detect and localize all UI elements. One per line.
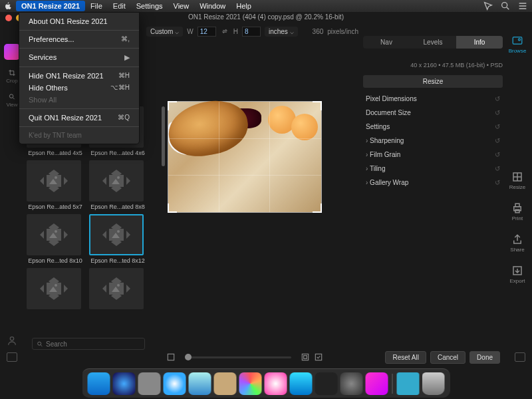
panel-pixel-dimensions[interactable]: Pixel Dimensions↺ bbox=[363, 92, 503, 106]
user-icon[interactable] bbox=[7, 335, 17, 346]
panel-sharpening[interactable]: › Sharpening↺ bbox=[363, 134, 503, 148]
dock-settings[interactable] bbox=[340, 372, 363, 395]
swap-dimensions-icon[interactable] bbox=[220, 27, 229, 36]
zoom-slider-thumb[interactable] bbox=[185, 354, 192, 360]
app-menu[interactable]: ON1 Resize 2021 bbox=[16, 1, 85, 11]
cancel-button[interactable]: Cancel bbox=[430, 351, 466, 364]
dock-terminal[interactable] bbox=[315, 372, 338, 395]
preset-item[interactable]: Epson Re...ated 8x8 bbox=[89, 160, 146, 210]
rail-browse[interactable]: Browse bbox=[509, 35, 527, 54]
units-select[interactable]: inches ⌵ bbox=[265, 27, 298, 37]
macos-dock bbox=[82, 368, 450, 398]
preset-item[interactable]: Epson Re...ated 5x7 bbox=[27, 160, 84, 210]
menu-preferences[interactable]: Preferences...⌘, bbox=[19, 33, 139, 45]
right-panel-toggle[interactable] bbox=[515, 352, 525, 362]
share-icon bbox=[511, 233, 523, 245]
height-input[interactable] bbox=[242, 27, 261, 37]
rail-resize[interactable]: Resize bbox=[509, 171, 525, 190]
dock-on1[interactable] bbox=[366, 372, 388, 395]
rail-print[interactable]: Print bbox=[511, 202, 523, 221]
reset-icon[interactable]: ↺ bbox=[495, 95, 500, 102]
svg-marker-32 bbox=[40, 231, 44, 239]
crop-tool[interactable]: Crop bbox=[5, 69, 19, 84]
menu-hide[interactable]: Hide ON1 Resize 2021⌘H bbox=[19, 70, 139, 82]
svg-marker-46 bbox=[40, 285, 44, 293]
preview-toggle-icon[interactable] bbox=[314, 352, 323, 362]
preset-search[interactable] bbox=[32, 338, 145, 350]
dock-finder[interactable] bbox=[88, 372, 110, 395]
menu-hide-others[interactable]: Hide Others⌥⌘H bbox=[19, 82, 139, 94]
left-panel-toggle[interactable] bbox=[7, 352, 17, 362]
svg-point-1 bbox=[9, 94, 13, 98]
panel-gallery-wrap[interactable]: › Gallery Wrap↺ bbox=[363, 176, 503, 190]
preset-item[interactable] bbox=[27, 268, 84, 311]
dock-photos[interactable] bbox=[239, 372, 262, 395]
dock-trash[interactable] bbox=[422, 372, 445, 395]
menu-view[interactable]: View bbox=[168, 1, 195, 11]
rail-share[interactable]: Share bbox=[510, 233, 524, 253]
print-icon bbox=[511, 202, 523, 214]
panel-film-grain[interactable]: › Film Grain↺ bbox=[363, 148, 503, 162]
width-input[interactable] bbox=[198, 27, 216, 37]
dock-siri[interactable] bbox=[113, 372, 136, 395]
svg-marker-25 bbox=[102, 177, 106, 185]
svg-point-57 bbox=[117, 284, 120, 287]
search-input[interactable] bbox=[46, 340, 140, 348]
panel-settings[interactable]: Settings↺ bbox=[363, 120, 503, 134]
svg-point-29 bbox=[117, 176, 120, 179]
crop-handle-tr[interactable] bbox=[313, 101, 322, 110]
menu-about[interactable]: About ON1 Resize 2021 bbox=[19, 15, 139, 27]
dock-downloads[interactable] bbox=[397, 372, 420, 395]
svg-marker-54 bbox=[126, 285, 130, 293]
menu-settings[interactable]: Settings bbox=[131, 1, 168, 11]
menu-file[interactable]: File bbox=[85, 1, 108, 11]
tab-levels[interactable]: Levels bbox=[410, 36, 456, 49]
menu-help[interactable]: Help bbox=[231, 1, 257, 11]
dock-contacts[interactable] bbox=[214, 372, 237, 395]
preset-item[interactable]: Epson Re...ted 8x10 bbox=[27, 214, 84, 264]
menu-window[interactable]: Window bbox=[194, 1, 231, 11]
panel-document-size[interactable]: Document Size↺ bbox=[363, 106, 503, 120]
width-label: W bbox=[187, 28, 193, 35]
view-tool[interactable]: View bbox=[5, 93, 19, 108]
right-panel: Nav Levels Info 40 x 2160 • 47.5 MB (16-… bbox=[363, 36, 503, 190]
zoom-fit-icon[interactable] bbox=[301, 352, 310, 362]
cursor-icon[interactable] bbox=[483, 1, 493, 11]
crop-preset-select[interactable]: Custom ⌵ bbox=[146, 27, 183, 37]
dock-launchpad[interactable] bbox=[138, 372, 161, 395]
panel-tiling[interactable]: › Tiling↺ bbox=[363, 162, 503, 176]
apple-logo-icon bbox=[4, 2, 12, 10]
done-button[interactable]: Done bbox=[469, 351, 500, 364]
menu-edit[interactable]: Edit bbox=[108, 1, 131, 11]
dock-appstore[interactable] bbox=[290, 372, 313, 395]
svg-point-50 bbox=[55, 284, 57, 287]
crop-handle-tl[interactable] bbox=[168, 101, 177, 110]
preset-scrollbar[interactable] bbox=[162, 106, 165, 166]
dock-mail[interactable] bbox=[189, 372, 211, 395]
menu-services[interactable]: Services▶ bbox=[19, 51, 139, 64]
rail-export[interactable]: Export bbox=[509, 265, 525, 284]
control-center-icon[interactable] bbox=[517, 1, 528, 11]
spotlight-icon[interactable] bbox=[500, 1, 511, 11]
system-menubar: ON1 Resize 2021 File Edit Settings View … bbox=[0, 0, 532, 12]
dock-safari[interactable] bbox=[164, 372, 186, 395]
crop-grid bbox=[219, 102, 219, 212]
svg-marker-39 bbox=[102, 231, 106, 239]
resize-panel-header[interactable]: Resize bbox=[363, 75, 503, 88]
preset-item[interactable]: Epson Re...ted 8x12 bbox=[89, 214, 146, 264]
svg-marker-33 bbox=[64, 231, 68, 239]
zoom-slider[interactable] bbox=[185, 356, 291, 358]
image-canvas[interactable] bbox=[168, 101, 322, 213]
reset-all-button[interactable]: Reset All bbox=[385, 351, 426, 364]
zoom-out-icon[interactable] bbox=[166, 352, 176, 362]
crop-handle-bl[interactable] bbox=[168, 203, 177, 213]
dock-itunes[interactable] bbox=[265, 372, 287, 395]
tab-nav[interactable]: Nav bbox=[363, 36, 410, 49]
crop-handle-br[interactable] bbox=[313, 203, 322, 213]
svg-rect-68 bbox=[302, 354, 308, 360]
tab-info[interactable]: Info bbox=[456, 36, 503, 49]
preset-item[interactable] bbox=[89, 268, 146, 311]
menu-quit[interactable]: Quit ON1 Resize 2021⌘Q bbox=[19, 112, 139, 124]
svg-rect-70 bbox=[315, 354, 321, 360]
close-window-button[interactable] bbox=[5, 15, 12, 21]
